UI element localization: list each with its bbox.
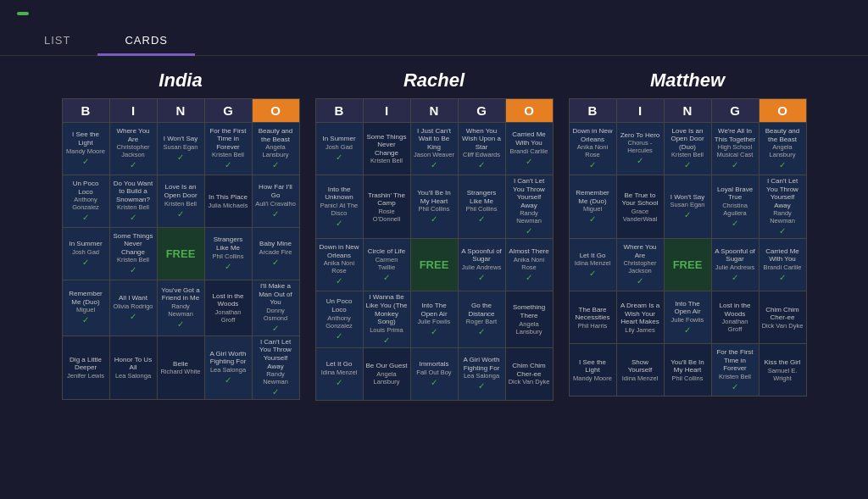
bingo-cell[interactable]: Strangers Like MePhil Collins✓ bbox=[458, 175, 505, 239]
bingo-cell[interactable]: In This PlaceJulia Michaels bbox=[204, 175, 252, 228]
column-header-g: G bbox=[711, 99, 759, 123]
bingo-cell[interactable]: I Won't SaySusan Egan✓ bbox=[157, 123, 204, 175]
bingo-cell[interactable]: All I WantOlivia Rodrigo✓ bbox=[109, 280, 157, 336]
bingo-cell[interactable]: Kiss the GirlSamuel E. Wright bbox=[759, 344, 806, 396]
bingo-cell[interactable]: I Wanna Be Like You (The Monkey Song)Lou… bbox=[363, 291, 410, 347]
bingo-cell[interactable]: Carried Me With YouBrandi Carlile✓ bbox=[759, 239, 806, 291]
bingo-cell[interactable]: We're All In This TogetherHigh School Mu… bbox=[711, 123, 759, 175]
column-header-g: G bbox=[204, 99, 252, 123]
tab-cards[interactable]: CARDS bbox=[97, 27, 195, 56]
player-name: India bbox=[159, 69, 202, 91]
bingo-cell[interactable]: Let It GoIdina Menzel✓ bbox=[315, 347, 363, 400]
bingo-cell[interactable]: Chim Chim Cher-eeDick Van Dyke bbox=[505, 347, 553, 400]
bingo-cell[interactable]: I Won't SaySusan Egan✓ bbox=[664, 175, 711, 239]
bingo-cell[interactable]: Something ThereAngela Lansbury bbox=[505, 291, 553, 347]
tab-bar: LIST CARDS bbox=[0, 27, 868, 56]
player-name: Matthew bbox=[650, 69, 725, 91]
bingo-cell[interactable]: Love Is an Open DoorKristen Bell✓ bbox=[157, 175, 204, 228]
bingo-cell[interactable]: Lost in the WoodsJonathan Groff bbox=[711, 291, 759, 344]
player-section-matthew: MatthewBINGODown in New OrleansAnika Non… bbox=[569, 69, 807, 401]
bingo-cell[interactable]: FREE bbox=[410, 239, 458, 291]
bingo-cell[interactable]: Trashin' The CampRosie O'Donnell bbox=[363, 175, 410, 239]
bingo-cell[interactable]: Be True to Your SchoolGrace VanderWaal bbox=[616, 175, 664, 239]
column-header-o: O bbox=[505, 99, 553, 123]
bingo-cell[interactable]: In SummerJosh Gad✓ bbox=[62, 228, 109, 280]
bingo-cell[interactable]: Do You Want to Build a Snowman?Kristen B… bbox=[109, 175, 157, 228]
column-header-i: I bbox=[616, 99, 664, 123]
bingo-cell[interactable]: Honor To Us AllLea Salonga bbox=[109, 335, 157, 399]
bingo-cell[interactable]: I Can't Let You Throw Yourself AwayRandy… bbox=[252, 335, 299, 399]
bingo-cell[interactable]: Beauty and the BeastAngela Lansbury✓ bbox=[759, 123, 806, 175]
bingo-cell[interactable]: Love Is an Open Door (Duo)Kristen Bell✓ bbox=[664, 123, 711, 175]
bingo-cell[interactable]: Lost in the WoodsJonathan Groff bbox=[204, 280, 252, 336]
bingo-cell[interactable]: Circle of LifeCarmen Twillie✓ bbox=[363, 239, 410, 291]
bingo-cell[interactable]: I Just Can't Wait to Be KingJason Weaver… bbox=[410, 123, 458, 175]
bingo-cell[interactable]: FREE bbox=[664, 239, 711, 291]
bingo-cell[interactable]: Some Things Never ChangeKristen Bell✓ bbox=[109, 228, 157, 280]
bingo-cell[interactable]: The Bare NecessitiesPhil Harris bbox=[569, 291, 616, 344]
bingo-cell[interactable]: Let It GoIdina Menzel✓ bbox=[569, 239, 616, 291]
column-header-n: N bbox=[157, 99, 204, 123]
bingo-cell[interactable]: For the First Time in ForeverKristen Bel… bbox=[711, 344, 759, 396]
player-count-badge bbox=[17, 12, 29, 15]
bingo-cell[interactable]: Baby MineArcade Fire✓ bbox=[252, 228, 299, 280]
bingo-cell[interactable]: I'll Make a Man Out of YouDonny Osmond✓ bbox=[252, 280, 299, 336]
bingo-cell[interactable]: ImmortalsFall Out Boy✓ bbox=[410, 347, 458, 400]
bingo-cell[interactable]: Into the UnknownPanic! At The Disco✓ bbox=[315, 175, 363, 239]
bingo-cell[interactable]: Go the DistanceRoger Bart✓ bbox=[458, 291, 505, 347]
page-header bbox=[0, 0, 868, 19]
bingo-card: BINGOI See the LightMandy Moore✓Where Yo… bbox=[62, 98, 300, 400]
bingo-cell[interactable]: A Girl Worth Fighting ForLea Salonga✓ bbox=[458, 347, 505, 400]
bingo-cell[interactable]: Remember Me (Duo)Miguel✓ bbox=[569, 175, 616, 239]
bingo-cell[interactable]: Down in New OrleansAnika Noni Rose✓ bbox=[315, 239, 363, 291]
bingo-cell[interactable]: Show YourselfIdina Menzel bbox=[616, 344, 664, 396]
cards-area: IndiaBINGOI See the LightMandy Moore✓Whe… bbox=[0, 69, 868, 401]
bingo-cell[interactable]: Remember Me (Duo)Miguel✓ bbox=[62, 280, 109, 336]
bingo-cell[interactable]: Strangers Like MePhil Collins✓ bbox=[204, 228, 252, 280]
bingo-cell[interactable]: How Far I'll GoAuli'i Cravalho✓ bbox=[252, 175, 299, 228]
bingo-cell[interactable]: Some Things Never ChangeKristen Bell bbox=[363, 123, 410, 175]
bingo-cell[interactable]: Into The Open AirJulie Fowlis✓ bbox=[410, 291, 458, 347]
bingo-cell[interactable]: I See the LightMandy Moore bbox=[569, 344, 616, 396]
bingo-cell[interactable]: Un Poco LocoAnthony Gonzalez✓ bbox=[315, 291, 363, 347]
bingo-cell[interactable]: A Spoonful of SugarJulie Andrews✓ bbox=[711, 239, 759, 291]
column-header-b: B bbox=[62, 99, 109, 123]
bingo-cell[interactable]: A Girl Worth Fighting ForLea Salonga✓ bbox=[204, 335, 252, 399]
column-header-n: N bbox=[410, 99, 458, 123]
bingo-cell[interactable]: Down in New OrleansAnika Noni Rose✓ bbox=[569, 123, 616, 175]
bingo-cell[interactable]: Where You AreChristopher Jackson✓ bbox=[109, 123, 157, 175]
bingo-cell[interactable]: Into The Open AirJulie Fowlis✓ bbox=[664, 291, 711, 344]
column-header-o: O bbox=[759, 99, 806, 123]
bingo-cell[interactable]: Beauty and the BeastAngela Lansbury✓ bbox=[252, 123, 299, 175]
bingo-card: BINGOIn SummerJosh Gad✓Some Things Never… bbox=[315, 98, 554, 401]
player-section-india: IndiaBINGOI See the LightMandy Moore✓Whe… bbox=[62, 69, 300, 401]
bingo-cell[interactable]: Dig a Little DeeperJenifer Lewis bbox=[62, 335, 109, 399]
bingo-cell[interactable]: Un Poco LocoAnthony Gonzalez✓ bbox=[62, 175, 109, 228]
bingo-cell[interactable]: Zero To HeroChorus - Hercules✓ bbox=[616, 123, 664, 175]
bingo-cell[interactable]: For the First Time in ForeverKristen Bel… bbox=[204, 123, 252, 175]
bingo-cell[interactable]: Almost ThereAnika Noni Rose✓ bbox=[505, 239, 553, 291]
bingo-cell[interactable]: When You Wish Upon a StarCliff Edwards✓ bbox=[458, 123, 505, 175]
bingo-cell[interactable]: You've Got a Friend in MeRandy Newman✓ bbox=[157, 280, 204, 336]
bingo-cell[interactable]: Be Our GuestAngela Lansbury bbox=[363, 347, 410, 400]
bingo-cell[interactable]: FREE bbox=[157, 228, 204, 280]
bingo-cell[interactable]: In SummerJosh Gad✓ bbox=[315, 123, 363, 175]
bingo-cell[interactable]: You'll Be In My HeartPhil Collins✓ bbox=[410, 175, 458, 239]
bingo-cell[interactable]: I See the LightMandy Moore✓ bbox=[62, 123, 109, 175]
bingo-cell[interactable]: Where You AreChristopher Jackson✓ bbox=[616, 239, 664, 291]
bingo-cell[interactable]: Carried Me With YouBrandi Carlile✓ bbox=[505, 123, 553, 175]
bingo-cell[interactable]: You'll Be In My HeartPhil Collins bbox=[664, 344, 711, 396]
page-subtitle bbox=[0, 19, 868, 27]
bingo-cell[interactable]: A Spoonful of SugarJulie Andrews✓ bbox=[458, 239, 505, 291]
tab-list[interactable]: LIST bbox=[17, 27, 97, 56]
bingo-cell[interactable]: I Can't Let You Throw Yourself AwayRandy… bbox=[505, 175, 553, 239]
column-header-o: O bbox=[252, 99, 299, 123]
bingo-cell[interactable]: I Can't Let You Throw Yourself AwayRandy… bbox=[759, 175, 806, 239]
bingo-cell[interactable]: Chim Chim Cher-eeDick Van Dyke bbox=[759, 291, 806, 344]
bingo-cell[interactable]: BelleRichard White bbox=[157, 335, 204, 399]
bingo-cell[interactable]: Loyal Brave TrueChristina Aguilera✓ bbox=[711, 175, 759, 239]
column-header-i: I bbox=[109, 99, 157, 123]
player-section-rachel: RachelBINGOIn SummerJosh Gad✓Some Things… bbox=[315, 69, 554, 401]
bingo-cell[interactable]: A Dream Is a Wish Your Heart MakesLily J… bbox=[616, 291, 664, 344]
column-header-n: N bbox=[664, 99, 711, 123]
